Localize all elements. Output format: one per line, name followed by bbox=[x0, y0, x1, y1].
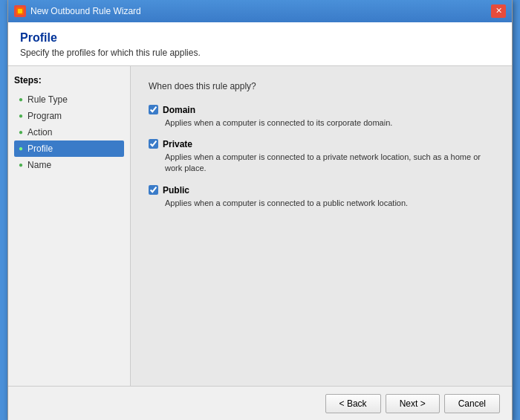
domain-header: Domain bbox=[149, 105, 494, 115]
private-label: Private bbox=[163, 139, 192, 149]
domain-label: Domain bbox=[163, 105, 195, 115]
sidebar-item-rule-type[interactable]: ● Rule Type bbox=[14, 91, 124, 108]
app-icon bbox=[14, 5, 26, 17]
domain-option: Domain Applies when a computer is connec… bbox=[149, 105, 494, 129]
content-area: Steps: ● Rule Type ● Program ● Action ● … bbox=[8, 66, 512, 386]
private-checkbox[interactable] bbox=[149, 139, 158, 149]
sidebar-label-action: Action bbox=[27, 127, 52, 138]
cancel-button[interactable]: Cancel bbox=[444, 394, 500, 413]
sidebar-item-action[interactable]: ● Action bbox=[14, 124, 124, 140]
public-description: Applies when a computer is connected to … bbox=[165, 198, 494, 209]
next-button[interactable]: Next > bbox=[386, 394, 440, 413]
public-option: Public Applies when a computer is connec… bbox=[149, 185, 494, 209]
title-bar: New Outbound Rule Wizard ✕ bbox=[8, 0, 512, 22]
private-header: Private bbox=[149, 139, 494, 149]
sidebar-label-name: Name bbox=[27, 160, 51, 170]
private-description: Applies when a computer is connected to … bbox=[165, 152, 494, 175]
sidebar-item-program[interactable]: ● Program bbox=[14, 108, 124, 124]
sidebar-item-name[interactable]: ● Name bbox=[14, 157, 124, 173]
sidebar-label-rule-type: Rule Type bbox=[27, 94, 68, 105]
svg-rect-1 bbox=[18, 9, 22, 13]
page-title: Profile bbox=[20, 31, 500, 45]
private-option: Private Applies when a computer is conne… bbox=[149, 139, 494, 175]
step-dot-program: ● bbox=[19, 112, 23, 120]
step-dot-rule-type: ● bbox=[19, 95, 23, 103]
public-label: Public bbox=[163, 185, 189, 196]
header-area: Profile Specify the profiles for which t… bbox=[8, 22, 512, 66]
sidebar: Steps: ● Rule Type ● Program ● Action ● … bbox=[8, 66, 131, 386]
step-dot-action: ● bbox=[19, 128, 23, 136]
public-checkbox[interactable] bbox=[149, 185, 158, 195]
close-button[interactable]: ✕ bbox=[491, 4, 506, 18]
sidebar-item-profile[interactable]: ● Profile bbox=[14, 140, 124, 157]
sidebar-label-profile: Profile bbox=[27, 143, 53, 154]
sidebar-label-program: Program bbox=[27, 111, 62, 121]
steps-label: Steps: bbox=[14, 75, 124, 85]
back-button[interactable]: < Back bbox=[325, 394, 381, 413]
page-subtitle: Specify the profiles for which this rule… bbox=[20, 48, 500, 58]
question-text: When does this rule apply? bbox=[149, 81, 494, 91]
step-dot-profile: ● bbox=[19, 144, 23, 152]
step-dot-name: ● bbox=[19, 161, 23, 169]
main-panel: When does this rule apply? Domain Applie… bbox=[131, 66, 512, 386]
domain-description: Applies when a computer is connected to … bbox=[165, 117, 494, 129]
wizard-window: New Outbound Rule Wizard ✕ Profile Speci… bbox=[7, 0, 513, 420]
window-title: New Outbound Rule Wizard bbox=[30, 6, 141, 16]
footer: < Back Next > Cancel bbox=[8, 386, 512, 421]
public-header: Public bbox=[149, 185, 494, 196]
domain-checkbox[interactable] bbox=[149, 105, 158, 114]
title-bar-left: New Outbound Rule Wizard bbox=[14, 5, 141, 17]
